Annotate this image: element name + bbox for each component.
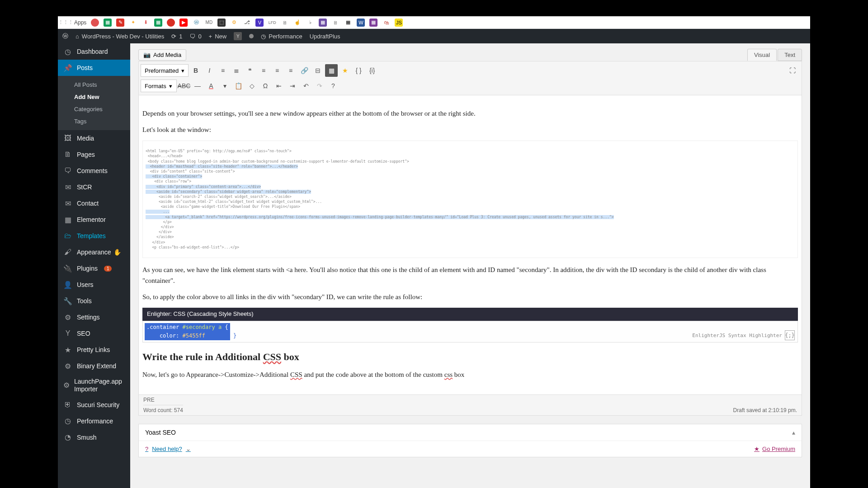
collapse-icon[interactable]: ▴ bbox=[792, 429, 795, 436]
sidebar-item-smush[interactable]: ◔Smush bbox=[58, 429, 130, 446]
strikethrough-button[interactable]: ABC bbox=[178, 80, 190, 92]
sidebar-item-settings[interactable]: ⚙Settings bbox=[58, 309, 130, 325]
sidebar-item-binary-extend[interactable]: ⚙Binary Extend bbox=[58, 358, 130, 374]
bookmark-icon[interactable]: V bbox=[255, 19, 264, 27]
numlist-button[interactable]: ≣ bbox=[230, 64, 243, 77]
site-link[interactable]: ⌂ WordPress - Web Dev - Utilities bbox=[75, 33, 164, 40]
add-media-button[interactable]: 📷 Add Media bbox=[138, 49, 186, 61]
sidebar-item-contact[interactable]: ✉Contact bbox=[58, 195, 130, 211]
adminbar-dot-icon[interactable] bbox=[249, 34, 254, 38]
bookmark-icon[interactable]: ▦ bbox=[154, 19, 162, 27]
outdent-button[interactable]: ⇤ bbox=[273, 80, 285, 92]
formats-select[interactable]: Formats▾ bbox=[141, 80, 177, 92]
sidebar-item-templates[interactable]: 🗁Templates bbox=[58, 228, 130, 244]
editor-content[interactable]: Depends on your browser settings, you'll… bbox=[138, 95, 802, 395]
bookmark-icon[interactable]: ✦ bbox=[129, 19, 137, 27]
wp-logo-icon[interactable]: ⓦ bbox=[62, 32, 68, 40]
italic-button[interactable]: I bbox=[203, 64, 216, 77]
bookmark-icon[interactable]: ⬚ bbox=[217, 19, 226, 27]
need-help-link[interactable]: ? Need help? ⌄ bbox=[145, 446, 191, 452]
updraft-link[interactable]: UpdraftPlus bbox=[310, 33, 340, 40]
comments-link[interactable]: 🗨 0 bbox=[189, 33, 201, 40]
toolbar-toggle-button[interactable]: ▦ bbox=[325, 64, 338, 77]
textcolor-picker-button[interactable]: ▾ bbox=[218, 80, 231, 92]
align-center-button[interactable]: ≡ bbox=[271, 64, 283, 77]
bookmark-icon[interactable] bbox=[167, 19, 175, 27]
blockquote-button[interactable]: ❝ bbox=[244, 64, 256, 77]
sidebar-item-comments[interactable]: 🗨Comments bbox=[58, 163, 130, 179]
yoast-metabox-header[interactable]: Yoast SEO ▴ bbox=[139, 424, 802, 441]
bookmark-icon[interactable]: 🗎 bbox=[281, 19, 289, 27]
indent-button[interactable]: ⇥ bbox=[286, 80, 299, 92]
more-button[interactable]: ⊟ bbox=[311, 64, 324, 77]
bookmark-icon[interactable]: W bbox=[357, 19, 365, 27]
bookmark-icon[interactable]: ✎ bbox=[116, 19, 124, 27]
align-left-button[interactable]: ≡ bbox=[257, 64, 270, 77]
updates-link[interactable]: ⟳ 1 bbox=[171, 33, 182, 40]
special-char-button[interactable]: Ω bbox=[259, 80, 272, 92]
apps-label[interactable]: Apps bbox=[74, 19, 86, 26]
bookmark-icon[interactable]: LFD bbox=[268, 19, 276, 27]
sidebar-item-pages[interactable]: 🗎Pages bbox=[58, 146, 130, 163]
format-select[interactable]: Preformatted▾ bbox=[141, 64, 189, 77]
bookmark-icon[interactable]: ▶ bbox=[179, 19, 188, 27]
element-path[interactable]: PRE bbox=[143, 395, 183, 405]
bullist-button[interactable]: ≡ bbox=[217, 64, 229, 77]
clear-format-button[interactable]: ◇ bbox=[245, 80, 258, 92]
go-premium-link[interactable]: ★ Go Premium bbox=[754, 446, 795, 452]
undo-button[interactable]: ↶ bbox=[300, 80, 312, 92]
bookmark-icon[interactable]: ⓦ bbox=[192, 19, 200, 27]
paste-button[interactable]: 📋 bbox=[232, 80, 245, 92]
align-right-button[interactable]: ≡ bbox=[284, 64, 297, 77]
sidebar-item-sucuri[interactable]: ⛨Sucuri Security bbox=[58, 397, 130, 413]
sidebar-item-media[interactable]: 🖾Media bbox=[58, 130, 130, 146]
sidebar-item-users[interactable]: 👤Users bbox=[58, 277, 130, 293]
bookmark-icon[interactable]: ⚙ bbox=[230, 19, 238, 27]
submenu-add-new[interactable]: Add New bbox=[58, 91, 130, 103]
enlighter-settings-icon[interactable]: {;} bbox=[785, 330, 795, 340]
sidebar-item-stcr[interactable]: ✉StCR bbox=[58, 179, 130, 195]
star-button[interactable]: ★ bbox=[339, 64, 351, 77]
submenu-tags[interactable]: Tags bbox=[58, 115, 130, 127]
sidebar-item-seo[interactable]: YSEO bbox=[58, 325, 130, 342]
sidebar-item-pretty-links[interactable]: ★Pretty Links bbox=[58, 342, 130, 358]
tab-visual[interactable]: Visual bbox=[747, 49, 777, 61]
sidebar-item-posts[interactable]: 📌Posts bbox=[58, 60, 130, 76]
fullscreen-button[interactable]: ⛶ bbox=[786, 64, 799, 77]
bookmark-icon[interactable] bbox=[91, 19, 99, 27]
new-link[interactable]: + New bbox=[209, 33, 227, 40]
apps-icon[interactable]: ⋮⋮⋮ bbox=[61, 19, 70, 27]
sidebar-item-appearance[interactable]: 🖌Appearance✋ bbox=[58, 244, 130, 260]
code-inline-button[interactable]: {i} bbox=[366, 64, 378, 77]
textcolor-button[interactable]: A bbox=[205, 80, 217, 92]
link-button[interactable]: 🔗 bbox=[298, 64, 311, 77]
hr-button[interactable]: — bbox=[191, 80, 204, 92]
code-button[interactable]: { } bbox=[352, 64, 365, 77]
enlighter-code-block[interactable]: Enlighter: CSS (Cascading Style Sheets) … bbox=[142, 308, 798, 343]
bookmark-icon[interactable]: ▦ bbox=[319, 19, 327, 27]
sidebar-item-tools[interactable]: 🔧Tools bbox=[58, 293, 130, 309]
bookmark-icon[interactable]: MD bbox=[205, 19, 213, 27]
performance-link[interactable]: ◷ Performance bbox=[261, 33, 302, 40]
redo-button[interactable]: ↷ bbox=[313, 80, 326, 92]
submenu-all-posts[interactable]: All Posts bbox=[58, 79, 130, 91]
bookmark-icon[interactable]: 🛍 bbox=[382, 19, 390, 27]
yoast-adminbar-icon[interactable]: Y bbox=[234, 32, 242, 40]
bookmark-icon[interactable]: ▦ bbox=[104, 19, 112, 27]
sidebar-item-dashboard[interactable]: ◷Dashboard bbox=[58, 43, 130, 60]
sidebar-item-plugins[interactable]: 🔌Plugins1 bbox=[58, 260, 130, 277]
bookmark-icon[interactable]: ▦ bbox=[369, 19, 377, 27]
tab-text[interactable]: Text bbox=[778, 49, 802, 61]
bookmark-icon[interactable]: ⬇ bbox=[142, 19, 150, 27]
sidebar-item-launchpage[interactable]: ⚙LaunchPage.app Importer bbox=[58, 374, 130, 397]
bookmark-icon[interactable]: 🗎 bbox=[331, 19, 340, 27]
bold-button[interactable]: B bbox=[189, 64, 202, 77]
bookmark-icon[interactable]: ♭ bbox=[306, 19, 314, 27]
sidebar-item-performance[interactable]: ◷Performance bbox=[58, 413, 130, 429]
bookmark-icon[interactable]: JS bbox=[395, 19, 403, 27]
submenu-categories[interactable]: Categories bbox=[58, 103, 130, 115]
bookmark-icon[interactable]: ⎇ bbox=[243, 19, 251, 27]
bookmark-icon[interactable]: ☝ bbox=[293, 19, 302, 27]
bookmark-icon[interactable]: ▦ bbox=[344, 19, 352, 27]
sidebar-item-elementor[interactable]: ▦Elementor bbox=[58, 211, 130, 228]
